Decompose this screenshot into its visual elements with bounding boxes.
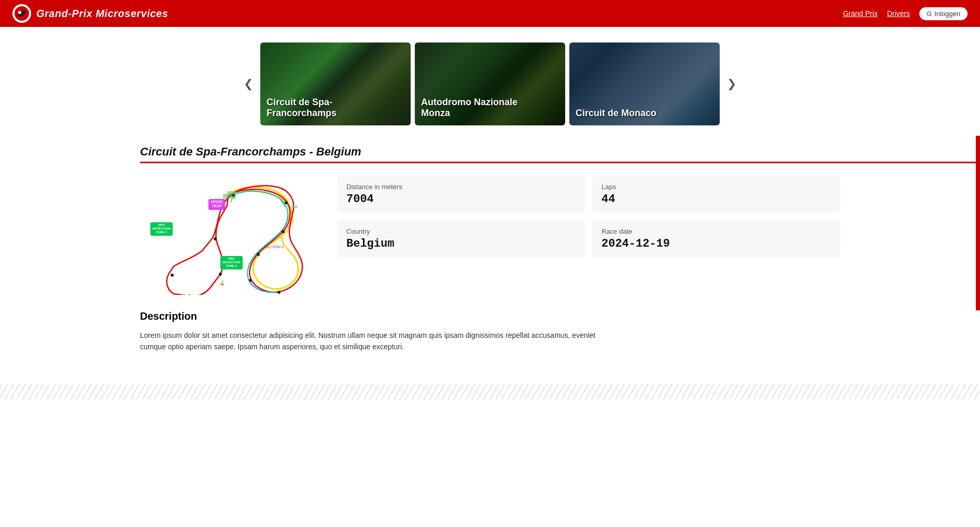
circuit-card-monaco[interactable]: Circuit de Monaco (569, 42, 720, 125)
speed-trap-label: SPEEDTRAP (208, 199, 225, 210)
login-label: Inloggen (934, 10, 960, 18)
stat-country: Country Belgium (337, 220, 585, 258)
stat-race-date-label: Race date (601, 227, 831, 235)
detail-body: SECTION 3 ⛳ SPEEDTR (140, 176, 840, 295)
app-title: Grand-Prix Microservices (36, 8, 168, 20)
carousel-next-arrow[interactable]: ❯ (720, 77, 744, 91)
stat-laps-value: 44 (601, 193, 831, 206)
card-label-spa: Circuit de Spa-Francorchamps (267, 97, 404, 119)
description-section: Description Lorem ipsum dolor sit amet c… (0, 310, 980, 368)
detail-section: Circuit de Spa-Francorchamps - Belgium S… (0, 136, 980, 310)
google-icon: G (927, 10, 932, 18)
svg-point-3 (18, 11, 21, 14)
stats-grid: Distance in meters 7004 Laps 44 Country … (337, 176, 840, 258)
svg-point-13 (171, 274, 174, 277)
stat-race-date: Race date 2024-12-19 (592, 220, 840, 258)
svg-point-11 (277, 291, 281, 294)
header: Grand-Prix Microservices Grand Prix Driv… (0, 0, 980, 27)
svg-point-7 (285, 201, 288, 204)
stat-laps-label: Laps (601, 183, 831, 191)
card-label-monza: Autodromo NazionaleMonza (421, 97, 559, 119)
logo-icon (12, 4, 31, 23)
description-title: Description (140, 310, 840, 322)
red-right-accent (976, 136, 980, 310)
circuit-card-monza[interactable]: Autodromo NazionaleMonza (415, 42, 565, 125)
svg-point-15 (219, 273, 222, 276)
logo: Grand-Prix Microservices (12, 4, 168, 23)
stat-distance-value: 7004 (346, 193, 576, 206)
svg-text:⛳: ⛳ (219, 280, 225, 286)
svg-point-14 (188, 294, 191, 295)
svg-point-8 (282, 230, 285, 233)
nav-grand-prix[interactable]: Grand Prix (843, 9, 878, 18)
svg-point-12 (214, 237, 217, 240)
stat-distance-label: Distance in meters (346, 183, 576, 191)
card-label-monaco: Circuit de Monaco (576, 108, 713, 119)
stat-laps: Laps 44 (592, 176, 840, 213)
svg-rect-18 (290, 206, 298, 208)
carousel-cards: Circuit de Spa-Francorchamps Autodromo N… (260, 42, 720, 125)
carousel-prev-arrow[interactable]: ❮ (236, 77, 260, 91)
svg-point-9 (257, 253, 260, 256)
circuit-card-spa[interactable]: Circuit de Spa-Francorchamps (260, 42, 411, 125)
stat-race-date-value: 2024-12-19 (601, 237, 831, 250)
stat-country-label: Country (346, 227, 576, 235)
circuit-carousel: ❮ Circuit de Spa-Francorchamps Autodromo… (0, 27, 980, 136)
svg-text:SECTION 3: SECTION 3 (264, 245, 284, 249)
nav-drivers[interactable]: Drivers (887, 9, 910, 18)
footer-stripes (0, 384, 980, 400)
stat-country-value: Belgium (346, 237, 576, 250)
svg-rect-17 (227, 191, 236, 194)
login-button[interactable]: G Inloggen (919, 7, 968, 20)
svg-point-10 (249, 279, 252, 282)
drs-zone2-label: DRSDETECTIONZONE 2 (220, 256, 243, 269)
track-map: SECTION 3 ⛳ SPEEDTR (140, 176, 316, 295)
drs-zone1-label: DRSDETECTIONZONE 1 (150, 222, 173, 236)
description-text: Lorem ipsum dolor sit amet consectetur a… (140, 330, 607, 353)
red-divider (140, 162, 980, 163)
stat-distance: Distance in meters 7004 (337, 176, 585, 213)
detail-title: Circuit de Spa-Francorchamps - Belgium (140, 136, 840, 159)
main-nav: Grand Prix Drivers G Inloggen (843, 7, 968, 20)
